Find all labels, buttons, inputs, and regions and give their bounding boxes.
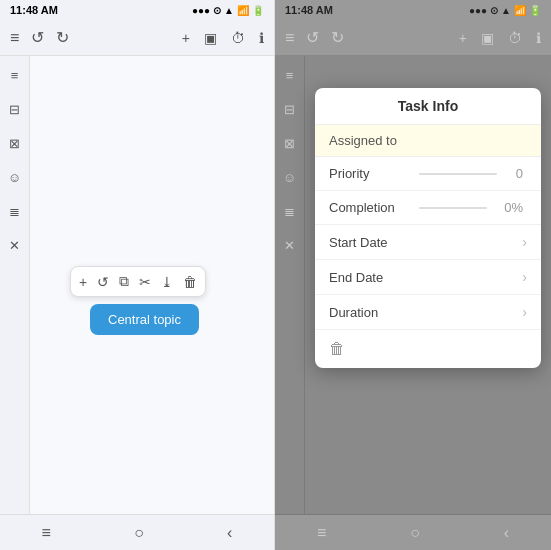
- undo-button[interactable]: ↺: [29, 26, 46, 49]
- ft-copy-icon[interactable]: ⧉: [117, 271, 131, 292]
- modal-title: Task Info: [315, 88, 541, 125]
- right-side-toolbar: ≡ ⊟ ⊠ ☺ ≣ ✕: [275, 56, 305, 514]
- left-status-bar: 11:48 AM ●●● ⊙ ▲ 📶 🔋: [0, 0, 274, 20]
- modal-priority-row[interactable]: Priority 0: [315, 157, 541, 191]
- ft-cut-icon[interactable]: ✂: [137, 272, 153, 292]
- side-icon-4[interactable]: ☺: [4, 168, 26, 186]
- right-status-icons: ●●● ⊙ ▲ 📶 🔋: [469, 5, 541, 16]
- modal-assigned-to: Assigned to: [315, 125, 541, 157]
- right-menu-button[interactable]: ≡: [283, 27, 296, 49]
- right-bottom-nav: ≡ ○ ‹: [275, 514, 551, 550]
- central-topic-button[interactable]: Central topic: [90, 304, 199, 335]
- right-status-bar: 11:48 AM ●●● ⊙ ▲ 📶 🔋: [275, 0, 551, 20]
- priority-value: 0: [507, 166, 527, 181]
- modal-start-date-row[interactable]: Start Date ›: [315, 225, 541, 260]
- right-side-icon-6[interactable]: ✕: [279, 236, 301, 254]
- ft-add-icon[interactable]: +: [77, 272, 89, 292]
- add-button[interactable]: +: [180, 28, 192, 48]
- priority-label: Priority: [329, 166, 409, 181]
- right-side-icon-5[interactable]: ≣: [279, 202, 301, 220]
- duration-arrow: ›: [522, 304, 527, 320]
- ft-delete-icon[interactable]: 🗑: [181, 272, 199, 292]
- right-top-toolbar: ≡ ↺ ↻ + ▣ ⏱ ℹ: [275, 20, 551, 56]
- side-icon-3[interactable]: ⊠: [4, 134, 26, 152]
- left-side-toolbar: ≡ ⊟ ⊠ ☺ ≣ ✕: [0, 56, 30, 514]
- menu-button[interactable]: ≡: [8, 27, 21, 49]
- left-top-toolbar: ≡ ↺ ↻ + ▣ ⏱ ℹ: [0, 20, 274, 56]
- clock-button[interactable]: ⏱: [229, 28, 247, 48]
- right-info-button[interactable]: ℹ: [534, 28, 543, 48]
- right-panel: 11:48 AM ●●● ⊙ ▲ 📶 🔋 ≡ ↺ ↻ + ▣ ⏱ ℹ ≡ ⊟ ⊠…: [275, 0, 551, 550]
- right-nav-back[interactable]: ‹: [504, 524, 509, 542]
- right-canvas[interactable]: Task Info Assigned to Priority 0 Complet…: [305, 56, 551, 514]
- end-date-label: End Date: [329, 270, 409, 285]
- right-side-icon-3[interactable]: ⊠: [279, 134, 301, 152]
- side-icon-1[interactable]: ≡: [4, 66, 26, 84]
- start-date-label: Start Date: [329, 235, 409, 250]
- right-box-button[interactable]: ▣: [479, 28, 496, 48]
- left-nav-menu[interactable]: ≡: [42, 524, 51, 542]
- ft-undo-icon[interactable]: ↺: [95, 272, 111, 292]
- modal-completion-row[interactable]: Completion 0%: [315, 191, 541, 225]
- left-bottom-nav: ≡ ○ ‹: [0, 514, 274, 550]
- side-icon-5[interactable]: ≣: [4, 202, 26, 220]
- start-date-arrow: ›: [522, 234, 527, 250]
- delete-icon[interactable]: 🗑: [329, 340, 345, 357]
- completion-value: 0%: [497, 200, 527, 215]
- right-undo-button[interactable]: ↺: [304, 26, 321, 49]
- right-time: 11:48 AM: [285, 4, 333, 16]
- ft-down-icon[interactable]: ⤓: [159, 272, 175, 292]
- task-info-modal: Task Info Assigned to Priority 0 Complet…: [315, 88, 541, 368]
- redo-button[interactable]: ↻: [54, 26, 71, 49]
- left-status-icons: ●●● ⊙ ▲ 📶 🔋: [192, 5, 264, 16]
- right-nav-menu[interactable]: ≡: [317, 524, 326, 542]
- left-nav-home[interactable]: ○: [134, 524, 144, 542]
- box-button[interactable]: ▣: [202, 28, 219, 48]
- right-redo-button[interactable]: ↻: [329, 26, 346, 49]
- completion-slider: [419, 207, 487, 209]
- right-side-icon-2[interactable]: ⊟: [279, 100, 301, 118]
- left-nav-back[interactable]: ‹: [227, 524, 232, 542]
- left-time: 11:48 AM: [10, 4, 58, 16]
- completion-label: Completion: [329, 200, 409, 215]
- right-clock-button[interactable]: ⏱: [506, 28, 524, 48]
- info-button[interactable]: ℹ: [257, 28, 266, 48]
- right-nav-home[interactable]: ○: [410, 524, 420, 542]
- right-side-icon-4[interactable]: ☺: [279, 168, 301, 186]
- floating-toolbar: + ↺ ⧉ ✂ ⤓ 🗑: [70, 266, 206, 297]
- right-add-button[interactable]: +: [457, 28, 469, 48]
- left-main-content: ≡ ⊟ ⊠ ☺ ≣ ✕ + ↺ ⧉ ✂ ⤓ 🗑 Central topic: [0, 56, 274, 514]
- priority-slider: [419, 173, 497, 175]
- modal-end-date-row[interactable]: End Date ›: [315, 260, 541, 295]
- left-canvas[interactable]: + ↺ ⧉ ✂ ⤓ 🗑 Central topic: [30, 56, 274, 514]
- side-icon-2[interactable]: ⊟: [4, 100, 26, 118]
- side-icon-6[interactable]: ✕: [4, 236, 26, 254]
- left-panel: 11:48 AM ●●● ⊙ ▲ 📶 🔋 ≡ ↺ ↻ + ▣ ⏱ ℹ ≡ ⊟ ⊠…: [0, 0, 275, 550]
- end-date-arrow: ›: [522, 269, 527, 285]
- modal-delete-section[interactable]: 🗑: [315, 330, 541, 368]
- right-side-icon-1[interactable]: ≡: [279, 66, 301, 84]
- modal-duration-row[interactable]: Duration ›: [315, 295, 541, 330]
- right-main-content: ≡ ⊟ ⊠ ☺ ≣ ✕ Task Info Assigned to Priori…: [275, 56, 551, 514]
- duration-label: Duration: [329, 305, 409, 320]
